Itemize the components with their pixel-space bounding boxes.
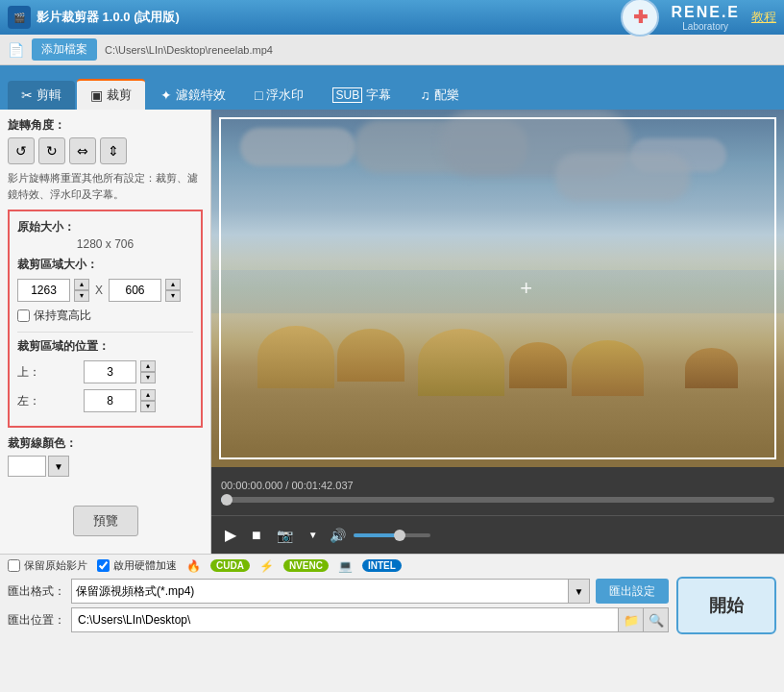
- top-spin-down[interactable]: ▾: [140, 372, 156, 383]
- right-section: + 00:00:00.000 / 00:01:42.037 ▶ ■ 📷 ▼ 🔊: [211, 110, 784, 554]
- crop-icon: ▣: [90, 87, 103, 103]
- original-size-value: 1280 x 706: [17, 237, 193, 251]
- bottom-section: 保留原始影片 啟用硬體加速 🔥 CUDA ⚡ NVENC 💻 INTEL 匯出格…: [0, 554, 784, 638]
- volume-slider[interactable]: [354, 533, 430, 537]
- output-search-button[interactable]: 🔍: [644, 607, 669, 632]
- top-position-input[interactable]: [84, 360, 136, 383]
- start-button[interactable]: 開始: [676, 577, 776, 634]
- preview-button[interactable]: 預覽: [73, 506, 138, 536]
- cloud-5: [555, 153, 690, 201]
- rotate-ccw-button[interactable]: ↺: [8, 137, 35, 164]
- height-spin-up[interactable]: ▴: [165, 279, 181, 290]
- height-spin-down[interactable]: ▾: [165, 290, 181, 302]
- sand-mound-4: [509, 342, 567, 388]
- filter-icon: ✦: [160, 87, 172, 103]
- tab-subtitle[interactable]: SUB 字幕: [319, 81, 404, 110]
- left-spin-down[interactable]: ▾: [140, 401, 156, 412]
- add-file-button[interactable]: 添加檔案: [32, 38, 97, 61]
- cuda-badge: CUDA: [210, 559, 250, 572]
- logo-cross: ✚: [633, 7, 648, 28]
- aspect-ratio-checkbox[interactable]: [17, 309, 30, 322]
- nvenc-badge: NVENC: [283, 559, 329, 572]
- tab-edit[interactable]: ✂ 剪輯: [8, 81, 75, 110]
- left-position-input[interactable]: [84, 389, 136, 412]
- rotate-warning: 影片旋轉將重置其他所有設定：裁剪、濾鏡特效、浮水印及字幕。: [8, 170, 203, 202]
- sand-mound-5: [572, 340, 644, 396]
- logo-area: RENE.E Laboratory: [671, 4, 740, 32]
- cloud-1: [240, 128, 355, 166]
- output-path-display[interactable]: C:\Users\LIn\Desktop\: [71, 607, 619, 632]
- crop-width-input[interactable]: [17, 279, 70, 302]
- aspect-ratio-row: 保持寬高比: [17, 308, 193, 324]
- content-area: 旋轉角度： ↺ ↻ ⇔ ⇕ 影片旋轉將重置其他所有設定：裁剪、濾鏡特效、浮水印及…: [0, 110, 784, 554]
- intel-icon: 💻: [338, 559, 353, 573]
- left-label: 左：: [17, 393, 41, 409]
- volume-level: [354, 533, 400, 537]
- left-position-row: 左： ▴ ▾: [17, 389, 193, 412]
- sand-mound-6: [685, 348, 738, 388]
- width-spin-up[interactable]: ▴: [74, 279, 89, 290]
- tab-watermark[interactable]: □ 浮水印: [241, 81, 317, 110]
- output-path-value: C:\Users\LIn\Desktop\: [78, 613, 190, 627]
- volume-thumb[interactable]: [394, 530, 405, 541]
- current-time: 00:00:00.000: [221, 480, 282, 491]
- play-button[interactable]: ▶: [221, 522, 240, 548]
- color-dropdown-button[interactable]: ▼: [48, 456, 69, 477]
- screenshot-dropdown-button[interactable]: ▼: [305, 526, 322, 544]
- export-settings-button[interactable]: 匯出設定: [596, 579, 669, 604]
- file-path: C:\Users\LIn\Desktop\reneelab.mp4: [105, 44, 273, 56]
- output-folder-button[interactable]: 📁: [619, 607, 644, 632]
- crop-height-input[interactable]: [109, 279, 161, 302]
- tab-audio[interactable]: ♫ 配樂: [406, 81, 473, 110]
- export-format-label: 匯出格式：: [8, 583, 65, 600]
- audio-icon: ♫: [420, 87, 430, 103]
- tab-crop[interactable]: ▣ 裁剪: [77, 79, 145, 110]
- file-icon: 📄: [8, 42, 24, 58]
- screenshot-button[interactable]: 📷: [273, 524, 297, 547]
- tutorial-link[interactable]: 教程: [751, 9, 776, 26]
- top-position-row: 上： ▴ ▾: [17, 360, 193, 383]
- stop-button[interactable]: ■: [248, 523, 265, 548]
- crosshair: +: [520, 276, 532, 301]
- hardware-accel-label: 啟用硬體加速: [113, 558, 177, 573]
- flip-vertical-button[interactable]: ⇕: [100, 137, 127, 164]
- format-dropdown-button[interactable]: ▼: [569, 579, 590, 604]
- file-bar: 📄 添加檔案 C:\Users\LIn\Desktop\reneelab.mp4: [0, 35, 784, 65]
- rotate-title: 旋轉角度：: [8, 117, 203, 134]
- crop-section: 原始大小： 1280 x 706 裁剪區域大小： ▴ ▾ X ▴ ▾: [8, 210, 203, 428]
- flip-horizontal-button[interactable]: ⇔: [69, 137, 96, 164]
- time-display: 00:00:00.000 / 00:01:42.037: [221, 480, 774, 491]
- timeline-track[interactable]: [221, 497, 774, 503]
- title-bar-left: 🎬 影片裁剪器 1.0.0 (試用版): [8, 6, 180, 29]
- hardware-accel-checkbox[interactable]: [97, 559, 110, 572]
- position-section: 裁剪區域的位置： 上： ▴ ▾ 左： ▴ ▾: [17, 332, 193, 412]
- title-bar: 🎬 影片裁剪器 1.0.0 (試用版) ✚ RENE.E Laboratory …: [0, 0, 784, 35]
- tab-crop-label: 裁剪: [107, 86, 132, 104]
- keep-original-label: 保留原始影片: [24, 558, 87, 573]
- timeline-thumb[interactable]: [221, 494, 233, 506]
- color-swatch[interactable]: [8, 456, 46, 477]
- video-background: +: [211, 110, 784, 467]
- format-select[interactable]: 保留源視頻格式(*.mp4): [71, 579, 569, 604]
- playback-controls: ▶ ■ 📷 ▼ 🔊: [211, 515, 784, 554]
- top-spin-up[interactable]: ▴: [140, 360, 156, 372]
- tab-filter[interactable]: ✦ 濾鏡特效: [147, 81, 239, 110]
- edit-icon: ✂: [21, 87, 33, 103]
- tab-filter-label: 濾鏡特效: [176, 86, 226, 104]
- color-picker-row: ▼: [8, 456, 203, 477]
- tab-audio-label: 配樂: [434, 86, 459, 104]
- logo-brand: RENE.E: [671, 4, 740, 21]
- video-container: +: [211, 110, 784, 467]
- original-size-label: 原始大小：: [17, 219, 193, 235]
- subtitle-icon: SUB: [332, 87, 362, 103]
- keep-original-checkbox[interactable]: [8, 559, 20, 572]
- cuda-icon: 🔥: [186, 559, 201, 573]
- width-spin-down[interactable]: ▾: [74, 290, 89, 302]
- left-spin-up[interactable]: ▴: [140, 389, 156, 401]
- sand-mound-1: [257, 326, 334, 388]
- crop-size-label: 裁剪區域大小：: [17, 257, 193, 273]
- rotate-cw-button[interactable]: ↻: [38, 137, 65, 164]
- output-location-label: 匯出位置：: [8, 612, 65, 629]
- nvenc-icon: ⚡: [259, 559, 274, 573]
- aspect-ratio-label: 保持寬高比: [34, 308, 91, 324]
